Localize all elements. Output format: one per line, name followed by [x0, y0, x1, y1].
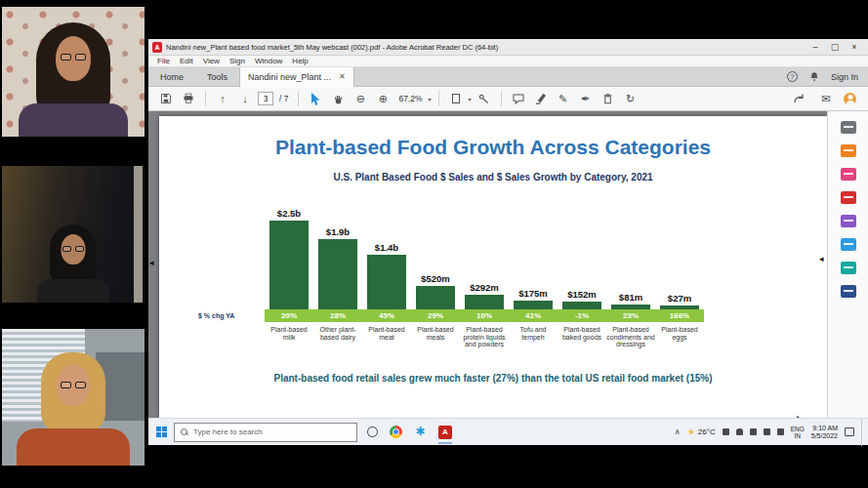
pencil-icon[interactable]: ✎ [554, 90, 573, 107]
minimize-button[interactable]: – [806, 40, 825, 55]
previous-page-icon[interactable]: ↑ [213, 90, 232, 107]
onedrive-icon[interactable] [736, 428, 743, 435]
slide-footer-note: Plant-based food retail sales grew much … [159, 373, 827, 384]
help-icon[interactable]: ? [787, 71, 798, 82]
category-label: Tofu and tempeh [509, 322, 558, 341]
participant-video-1[interactable] [2, 7, 145, 137]
combine-files-tool-icon[interactable] [841, 262, 856, 274]
request-signatures-tool-icon[interactable] [841, 168, 856, 181]
chart-column: $175m41%Tofu and tempeh [509, 200, 558, 348]
chrome-icon[interactable] [390, 426, 402, 438]
pct-change-cell: 166% [655, 309, 704, 322]
bar-value-label: $1.9b [326, 226, 350, 237]
tab-document[interactable]: Nandini new_Plant ... ✕ [239, 67, 354, 87]
select-tool-icon[interactable] [306, 90, 325, 107]
menu-help[interactable]: Help [287, 57, 312, 65]
chart-column: $27m166%Plant-based eggs [655, 200, 704, 348]
tools-panel: ◂ [827, 111, 868, 418]
tab-close-icon[interactable]: ✕ [339, 67, 346, 87]
chart-column: $1.9b28%Other plant-based dairy [313, 200, 362, 348]
create-pdf-tool-icon[interactable] [841, 191, 856, 204]
edit-pdf-tool-icon[interactable] [841, 215, 856, 227]
export-pdf-tool-icon[interactable] [841, 144, 856, 157]
participant-video-3[interactable] [2, 329, 145, 466]
pointer-tool-icon[interactable] [475, 90, 494, 107]
hand-tool-icon[interactable] [328, 90, 348, 107]
save-icon[interactable] [156, 90, 176, 107]
bar [367, 255, 406, 309]
fill-sign-icon[interactable]: ✒ [576, 90, 596, 107]
comment-tool-icon[interactable] [841, 238, 856, 251]
zoom-out-icon[interactable]: ⊖ [351, 90, 370, 107]
menu-window[interactable]: Window [250, 57, 287, 65]
acrobat-taskbar-icon[interactable]: A [438, 426, 452, 439]
shared-screen: A Nandini new_Plant based food market_5t… [148, 39, 868, 445]
language-indicator[interactable]: ENG IN [791, 426, 805, 439]
windows-logo-icon [156, 427, 167, 437]
bar-value-label: $27m [668, 293, 691, 304]
pct-change-cell: -1% [558, 309, 606, 322]
zoom-dropdown-icon[interactable]: ▾ [429, 96, 432, 102]
menu-sign[interactable]: Sign [225, 57, 250, 65]
comment-icon[interactable] [509, 90, 528, 107]
bar-value-label: $152m [567, 289, 597, 300]
rotate-icon[interactable]: ↻ [621, 90, 641, 107]
account-avatar[interactable] [844, 93, 856, 105]
highlight-icon[interactable] [531, 90, 551, 107]
cortana-icon[interactable] [367, 427, 378, 437]
page-number-input[interactable]: 3 [258, 92, 273, 105]
tab-tools[interactable]: Tools [195, 67, 239, 87]
menu-edit[interactable]: Edit [175, 57, 198, 65]
tray-expand-icon[interactable]: ∧ [675, 427, 681, 436]
participant-video-2[interactable] [2, 166, 145, 303]
page-count-label: / 7 [276, 94, 291, 103]
bar-value-label: $2.5b [277, 208, 301, 219]
pct-change-cell: 20% [265, 309, 313, 322]
weather-widget[interactable]: ☀ 26°C [687, 427, 716, 437]
search-tool-icon[interactable] [841, 121, 856, 134]
start-button[interactable] [148, 419, 174, 446]
organize-pages-tool-icon[interactable] [841, 285, 856, 298]
action-center-icon[interactable] [845, 427, 854, 436]
meeting-screen: A Nandini new_Plant based food market_5t… [0, 0, 868, 488]
meeting-app-icon[interactable]: ✱ [414, 426, 427, 438]
sign-in-button[interactable]: Sign In [831, 72, 858, 82]
bar [562, 302, 601, 309]
tab-home[interactable]: Home [148, 67, 195, 87]
chart-column: $152m-1%Plant-based baked goods [558, 200, 606, 348]
share-icon[interactable] [789, 90, 808, 107]
left-panel-collapse-icon[interactable]: ◂ [149, 258, 154, 267]
print-icon[interactable] [179, 90, 198, 107]
category-label: Plant-based condiments and dressings [606, 322, 655, 348]
menu-file[interactable]: File [152, 57, 175, 65]
taskbar-search-input[interactable]: Type here to search [174, 423, 357, 442]
bar-value-label: $81m [619, 292, 642, 303]
tab-bar: Home Tools Nandini new_Plant ... ✕ ? Sig… [148, 67, 868, 87]
bar-value-label: $175m [518, 288, 548, 299]
email-icon[interactable]: ✉ [816, 90, 836, 107]
clock[interactable]: 9:10 AM 5/5/2022 [811, 425, 838, 440]
category-label: Other plant-based dairy [313, 322, 362, 341]
pct-change-cell: 10% [460, 309, 509, 322]
maximize-button[interactable]: ▢ [825, 40, 845, 55]
zoom-level-value[interactable]: 67.2% [395, 94, 425, 103]
pct-change-cell: 23% [606, 309, 655, 322]
chart-column: $520m29%Plant-based meals [411, 200, 460, 348]
bar [465, 295, 504, 309]
fit-page-icon[interactable] [446, 90, 466, 107]
network-icon[interactable] [750, 428, 757, 435]
search-icon [181, 428, 187, 435]
volume-icon[interactable] [764, 428, 770, 435]
pen-tray-icon[interactable] [723, 428, 729, 435]
delete-icon[interactable] [599, 90, 618, 107]
menu-view[interactable]: View [198, 57, 225, 65]
battery-icon[interactable] [777, 428, 784, 435]
acrobat-window: A Nandini new_Plant based food market_5t… [148, 39, 868, 418]
zoom-in-icon[interactable]: ⊕ [373, 90, 393, 107]
tools-panel-collapse-icon[interactable]: ◂ [819, 254, 824, 264]
notifications-bell-icon[interactable] [809, 68, 819, 86]
next-page-icon[interactable]: ↓ [235, 90, 255, 107]
close-button[interactable]: × [845, 40, 864, 55]
show-desktop-button[interactable] [861, 419, 864, 446]
fit-page-dropdown-icon[interactable]: ▾ [469, 96, 472, 102]
